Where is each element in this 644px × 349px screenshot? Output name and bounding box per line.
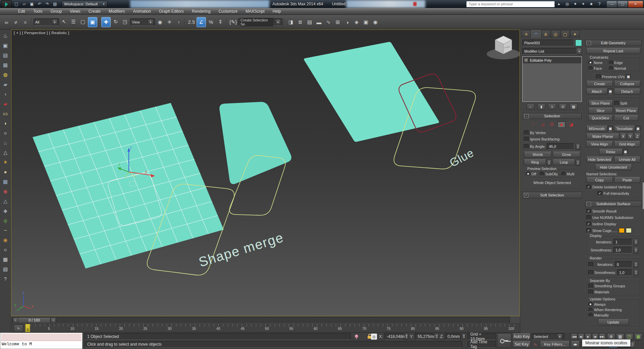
- selection-filter-dropdown[interactable]: All ▼: [34, 18, 59, 26]
- save-icon[interactable]: ▣: [29, 1, 35, 7]
- display-iterations-field[interactable]: 1: [613, 239, 632, 245]
- fur-lion-icon[interactable]: ◉: [1, 236, 9, 244]
- tab-motion[interactable]: ◎: [551, 30, 560, 38]
- angle-field[interactable]: 45,0: [547, 143, 574, 150]
- x-spinner[interactable]: ▲▼: [405, 333, 409, 339]
- planar-y-button[interactable]: Y: [627, 133, 633, 139]
- select-and-link-icon[interactable]: ∞: [2, 17, 11, 27]
- render-smoothness-spinner[interactable]: ▲▼: [634, 269, 638, 276]
- teal-parallelogram-object[interactable]: [304, 42, 439, 142]
- planar-x-button[interactable]: X: [620, 133, 626, 139]
- viewcube[interactable]: FRONT: [487, 36, 520, 59]
- rectangular-selection-region-icon[interactable]: ▢: [78, 17, 87, 26]
- ignore-backfacing-checkbox[interactable]: [524, 137, 529, 141]
- zoom-extents-button[interactable]: ◳: [625, 333, 633, 340]
- z-spinner[interactable]: ▲▼: [462, 333, 466, 339]
- reset-plane-button[interactable]: Reset Plane: [614, 108, 639, 114]
- communication-center-icon[interactable]: ◎: [564, 2, 570, 6]
- cone-icon[interactable]: △: [1, 148, 9, 157]
- update-button[interactable]: Update: [598, 319, 629, 325]
- menu-bar-4[interactable]: Create: [85, 8, 105, 14]
- angle-spinner[interactable]: ▲▼: [576, 143, 580, 150]
- close-button[interactable]: ✕: [628, 1, 643, 8]
- menu-bar-11[interactable]: Help: [269, 8, 285, 14]
- teal-plane-object[interactable]: [33, 103, 224, 269]
- update-manually-radio[interactable]: [588, 313, 593, 317]
- edit-named-selection-sets-icon[interactable]: {✎}: [229, 17, 237, 27]
- listener-pane[interactable]: Welcome to M: [2, 342, 32, 347]
- use-pivot-point-icon[interactable]: ◉: [156, 17, 164, 27]
- render-iterations-field[interactable]: 0: [615, 261, 632, 268]
- ribbon-toggle-icon[interactable]: ▬: [315, 17, 323, 27]
- object-color-swatch[interactable]: [575, 40, 582, 46]
- render-iterations-spinner[interactable]: ▲▼: [634, 261, 638, 268]
- collapse-icon[interactable]: −: [587, 202, 591, 206]
- menu-bar-1[interactable]: Tools: [29, 8, 47, 14]
- render-iterations-checkbox[interactable]: [588, 262, 593, 267]
- time-slider-track[interactable]: [12, 317, 510, 324]
- create-button[interactable]: Create: [586, 81, 613, 87]
- constraint-face-radio[interactable]: [588, 66, 593, 70]
- menu-bar-10[interactable]: MAXScript: [241, 8, 269, 14]
- y-coordinate-field[interactable]: 55,275mm: [415, 333, 434, 340]
- paste-button[interactable]: Paste: [614, 177, 641, 183]
- select-and-scale-icon[interactable]: ◳: [121, 17, 129, 26]
- go-to-end-button[interactable]: ▶▶|: [599, 333, 605, 340]
- display-smoothness-spinner[interactable]: ▲▼: [634, 247, 638, 253]
- use-nurms-checkbox[interactable]: [586, 215, 591, 220]
- preserve-uvs-settings-button[interactable]: ▣: [626, 74, 631, 79]
- slice-button[interactable]: Slice: [588, 108, 613, 114]
- cage-color-swatch-1[interactable]: [619, 228, 625, 233]
- zoom-button[interactable]: ⊕: [607, 333, 615, 340]
- infocenter-search-input[interactable]: Type a keyword or phrase: [466, 1, 555, 7]
- tab-hierarchy[interactable]: ⋔: [541, 30, 550, 38]
- rendered-frame-icon[interactable]: ▣: [1, 41, 9, 50]
- select-and-rotate-icon[interactable]: ↻: [111, 17, 120, 26]
- mini-curve-editor-button[interactable]: ∿: [14, 325, 23, 332]
- key-mode-dropdown[interactable]: Selected ▼: [532, 333, 564, 340]
- macro-recorder-pane[interactable]: [1, 334, 82, 341]
- curve-editor-icon[interactable]: ∿: [324, 17, 333, 27]
- menu-bar-5[interactable]: Modifiers: [105, 8, 129, 14]
- element-icon[interactable]: ◪: [568, 121, 575, 127]
- constraint-none-radio[interactable]: [588, 60, 593, 65]
- ring-spinner[interactable]: ▲▼: [547, 159, 551, 166]
- rendered-frame-window-icon[interactable]: ▣: [362, 17, 370, 27]
- reference-coordinate-dropdown[interactable]: View ▼: [130, 18, 155, 26]
- layer-manager-icon[interactable]: ▤: [305, 17, 314, 27]
- snaps-toggle-icon[interactable]: 2.5: [187, 17, 196, 26]
- collapse-icon[interactable]: −: [524, 114, 529, 118]
- key-filters-button[interactable]: Key Filters...: [540, 341, 570, 348]
- pin-stack-icon[interactable]: ⌐: [527, 103, 535, 110]
- delete-isolated-vertices-checkbox[interactable]: ✓: [586, 185, 591, 189]
- tab-utilities[interactable]: ✦: [570, 30, 580, 38]
- play-button[interactable]: ▶: [585, 333, 591, 340]
- msmooth-settings-button[interactable]: ▣: [608, 126, 613, 132]
- loop-spinner[interactable]: ▲▼: [576, 159, 580, 166]
- loop-button[interactable]: Loop: [553, 159, 575, 165]
- track-bar[interactable]: ∿ 0 510152025303540455055606570758085909…: [11, 324, 520, 333]
- minimize-button[interactable]: —: [606, 1, 617, 8]
- relax-settings-button[interactable]: ▣: [623, 149, 628, 155]
- unhide-all-button[interactable]: Unhide All: [614, 157, 641, 163]
- object-name-field[interactable]: Plane003: [522, 40, 574, 46]
- update-when-rendering-radio[interactable]: [588, 307, 593, 312]
- expand-icon[interactable]: +: [524, 58, 528, 62]
- menu-bar-2[interactable]: Group: [47, 8, 66, 14]
- window-crossing-icon[interactable]: ▣: [88, 17, 97, 27]
- ring-button[interactable]: Ring: [524, 159, 546, 165]
- hide-unselected-button[interactable]: Hide Unselected: [595, 164, 632, 170]
- rock-icon[interactable]: ◆: [1, 207, 9, 215]
- keyboard-shortcut-override-icon[interactable]: ↑: [174, 17, 183, 27]
- select-and-manipulate-icon[interactable]: ✳: [165, 17, 174, 27]
- subdivision-surface-rollout-header[interactable]: − Subdivision Surface: [585, 201, 642, 207]
- search-go-icon[interactable]: ▸: [556, 2, 562, 6]
- preview-multi-radio[interactable]: [561, 172, 566, 176]
- wire-teapot-icon[interactable]: ♨: [1, 138, 9, 147]
- sphere-light-icon[interactable]: ○: [1, 129, 9, 137]
- current-frame-marker[interactable]: 0: [25, 324, 30, 332]
- z-coordinate-field[interactable]: 0,0mm: [445, 333, 461, 340]
- unlink-selection-icon[interactable]: ≠: [11, 17, 20, 27]
- grid-align-button[interactable]: Grid Align: [614, 141, 641, 147]
- space-warp-icon[interactable]: △: [1, 197, 9, 205]
